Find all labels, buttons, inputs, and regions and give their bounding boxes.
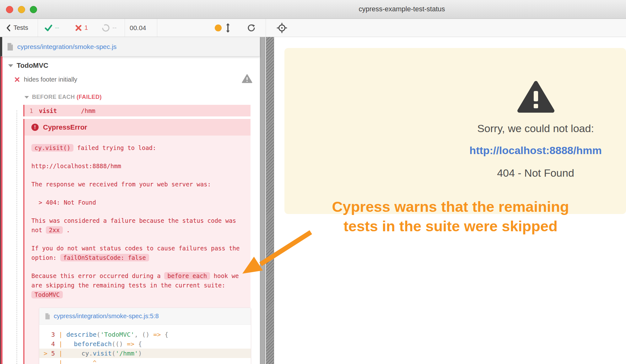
error-paragraph: If you do not want status codes to cause… [31, 244, 241, 262]
failed-count: 1 [84, 24, 88, 31]
app-window: cypress-example-test-status Tests -- 1 [0, 0, 626, 364]
error-text: Because this error occurred during a [31, 272, 164, 279]
check-icon [45, 24, 52, 32]
error-text: > 404: Not Found [31, 199, 96, 206]
stat-passed: -- [45, 19, 59, 37]
back-to-tests-button[interactable]: Tests [6, 19, 28, 37]
test-row[interactable]: hides footer initially [1, 70, 260, 83]
error-paragraph: > 404: Not Found [31, 198, 241, 207]
toolbar-divider [266, 19, 266, 37]
suite-header[interactable]: TodoMVC [1, 56, 260, 70]
exclamation-circle-icon: ! [31, 124, 39, 131]
chevron-left-icon [6, 24, 11, 32]
error-paragraph: Because this error occurred during a bef… [31, 271, 241, 299]
code-line: 4 | beforeEach(() => { [39, 339, 251, 349]
toolbar-divider [38, 19, 38, 37]
error-name: CypressError [43, 123, 87, 131]
code-frame: cypress/integration/smoke-spec.js:5:8 3 … [39, 308, 251, 364]
file-icon [7, 43, 13, 51]
reporter-scrollbar[interactable] [260, 37, 265, 364]
pending-count: -- [112, 24, 116, 31]
annotation-text: Cypress warns that the remaining tests i… [301, 197, 600, 236]
error-block: ! CypressError cy.visit() failed trying … [23, 119, 251, 364]
hook-header[interactable]: BEFORE EACH (FAILED) [1, 83, 260, 100]
test-failed-x-icon [14, 77, 20, 82]
error-message: cy.visit() failed trying to load:http://… [24, 136, 251, 364]
error-paragraph: This was considered a failure because th… [31, 216, 241, 235]
window-title: cypress-example-test-status [0, 5, 626, 13]
hook-name: BEFORE EACH [32, 94, 77, 100]
passed-count: -- [55, 24, 59, 31]
error-paragraph: The response we received from your web s… [31, 179, 241, 189]
chevron-down-icon [24, 96, 29, 99]
command-message: /hmm [81, 107, 95, 114]
command-row[interactable]: 1 visit /hmm [23, 105, 251, 116]
error-code-pill: failOnStatusCode: false [60, 254, 149, 261]
suite-fail-indicator [1, 56, 3, 364]
hook-status: (FAILED) [77, 94, 102, 100]
code-frame-header: cypress/integration/smoke-spec.js:5:8 [39, 308, 251, 325]
viewport-scale-dot-icon [215, 24, 222, 31]
test-duration: 00.04 [130, 19, 146, 37]
error-text: http://localhost:8888/hmm [31, 163, 121, 169]
selector-playground-button[interactable] [276, 19, 288, 37]
error-paragraph: http://localhost:8888/hmm [31, 161, 241, 171]
error-code-pill: cy.visit() [31, 144, 73, 152]
reload-icon [247, 23, 256, 33]
error-code-pill: TodoMVC [31, 291, 63, 298]
viewport-scale-button[interactable] [215, 19, 231, 37]
command-method: visit [39, 107, 81, 114]
code-line: 3 | describe('TodoMVC', () => { [39, 330, 251, 339]
panel-resizer-handle[interactable] [266, 37, 274, 364]
toolbar-divider [125, 19, 125, 37]
error-code-pill: before each [164, 272, 210, 280]
up-down-arrow-icon [225, 23, 231, 33]
x-icon [75, 24, 82, 31]
selector-crosshair-icon [276, 22, 288, 34]
code-lines: 3 | describe('TodoMVC', () => { 4 | befo… [39, 325, 251, 364]
aut-sorry-text: Sorry, we could not load: [441, 122, 626, 135]
test-title: hides footer initially [24, 76, 77, 83]
reporter-content: TodoMVC hides footer initially [0, 56, 260, 364]
stat-failed: 1 [75, 19, 88, 37]
annotation-line1: Cypress warns that the remaining [301, 197, 600, 217]
stat-pending: -- [102, 19, 116, 37]
spec-header: cypress/integration/smoke-spec.js [0, 37, 260, 56]
error-text: The response we received from your web s… [31, 181, 211, 188]
code-frame-file-link[interactable]: cypress/integration/smoke-spec.js:5:8 [54, 313, 159, 320]
error-header: ! CypressError [24, 119, 251, 136]
annotation-line2: tests in the suite were skipped [301, 217, 600, 236]
file-icon [45, 313, 50, 320]
hook-indent-line [16, 110, 17, 364]
error-code-pill: 2xx [46, 226, 63, 234]
aut-status-text: 404 - Not Found [441, 167, 626, 179]
code-line: | ^ [39, 358, 251, 364]
warning-triangle-icon [517, 80, 555, 114]
suite-title: TodoMVC [17, 62, 48, 70]
toolbar-divider [157, 19, 157, 37]
reload-button[interactable] [247, 19, 256, 37]
aut-url-link[interactable]: http://localhost:8888/hmm [441, 144, 626, 157]
chevron-down-icon [8, 64, 13, 67]
back-button-label: Tests [13, 24, 28, 31]
annotation-arrow-icon [232, 217, 320, 286]
pending-circle-icon [102, 24, 110, 32]
spec-path-link[interactable]: cypress/integration/smoke-spec.js [17, 43, 116, 51]
error-text: failed trying to load: [73, 144, 156, 151]
reporter-panel: cypress/integration/smoke-spec.js TodoMV… [0, 37, 260, 364]
error-text: . [63, 227, 70, 233]
command-number: 1 [24, 107, 39, 114]
error-paragraph: cy.visit() failed trying to load: [31, 143, 241, 153]
warning-triangle-icon [242, 74, 252, 83]
code-line-highlighted: > 5 | cy.visit('/hmm') [39, 349, 251, 358]
window-titlebar: cypress-example-test-status [0, 0, 626, 19]
runner-toolbar: Tests -- 1 -- 00.04 [0, 19, 626, 37]
